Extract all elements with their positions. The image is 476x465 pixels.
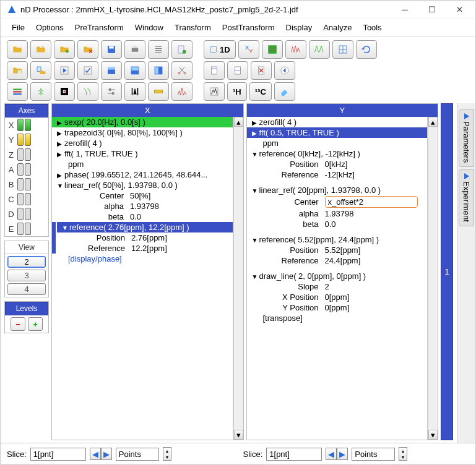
process-step[interactable]: linear_ref( 20[ppm], 1.93798, 0.0 )	[247, 185, 428, 195]
param-value[interactable]: 5.52[ppm]	[325, 245, 361, 255]
scroll-down-icon[interactable]: ▾	[428, 430, 438, 440]
collapsed-icon[interactable]	[57, 117, 63, 127]
axes-row-c[interactable]: C	[5, 192, 48, 207]
ruler-button[interactable]	[148, 82, 169, 101]
save-button[interactable]	[101, 40, 122, 59]
axis-led[interactable]	[25, 208, 31, 220]
axis-led[interactable]	[25, 119, 31, 131]
slice-next-button[interactable]: ▶	[337, 448, 348, 460]
menu-pretransform[interactable]: PreTransform	[70, 22, 129, 33]
abs-button[interactable]	[124, 82, 145, 101]
slice-prev-button[interactable]: ◀	[326, 448, 337, 460]
param-value[interactable]: 1.93798	[325, 209, 354, 218]
param-value[interactable]: 24.4[ppm]	[325, 256, 361, 265]
axis-led[interactable]	[17, 119, 24, 131]
axis-led[interactable]	[25, 134, 31, 146]
param-value[interactable]: 50[%]	[130, 191, 150, 200]
collapsed-icon[interactable]	[57, 170, 63, 179]
panel-x-scrollbar[interactable]: ▴ ▾	[233, 117, 243, 440]
tab-experiment[interactable]: Experiment	[459, 169, 474, 226]
process-step[interactable]: linear_ref( 50[%], 1.93798, 0.0 )	[52, 180, 233, 190]
view-button-4[interactable]: 4	[7, 283, 46, 295]
panel-x-list[interactable]: sexp( 20.0[Hz], 0.0[s] )trapezoid3( 0[%]…	[52, 117, 233, 440]
add-list-button[interactable]	[171, 40, 193, 59]
decay-button[interactable]	[77, 82, 98, 101]
panel-split-h-button[interactable]	[124, 61, 145, 80]
axis-led[interactable]	[25, 193, 31, 205]
panel-y-scrollbar[interactable]: ▴ ▾	[428, 117, 438, 440]
panel-y-list[interactable]: zerofill( 4 )fft( 0.5, TRUE, TRUE )ppmre…	[247, 117, 428, 440]
slice-input-x[interactable]	[30, 448, 86, 461]
level-plus-button[interactable]: +	[28, 317, 43, 331]
process-step[interactable]: zerofill( 4 )	[247, 117, 428, 127]
process-step[interactable]: phase( 199.65512, 241.12645, 48.644...	[52, 169, 233, 180]
param-value[interactable]: 2.76[ppm]	[131, 233, 167, 242]
waveform-red-button[interactable]	[285, 40, 306, 59]
menu-analyze[interactable]: Analyze	[318, 22, 357, 33]
process-step[interactable]: reference( 2.76[ppm], 12.2[ppm] )	[57, 222, 233, 232]
save-folder-button[interactable]	[54, 40, 75, 59]
menu-window[interactable]: Window	[130, 22, 168, 33]
process-step[interactable]: reference( 0[kHz], -12[kHz] )	[247, 148, 428, 159]
menu-display[interactable]: Display	[281, 22, 318, 33]
param-value[interactable]: -12[kHz]	[325, 170, 355, 179]
collapsed-icon[interactable]	[57, 139, 63, 148]
scroll-down-icon[interactable]: ▾	[234, 430, 243, 440]
scroll-up-icon[interactable]: ▴	[428, 117, 438, 127]
axes-row-x[interactable]: X	[5, 117, 48, 132]
param-value[interactable]: 2	[325, 282, 329, 291]
1h-button[interactable]: ¹H	[227, 82, 247, 101]
list-button[interactable]	[148, 40, 169, 59]
tab-parameters[interactable]: Parameters	[459, 109, 474, 167]
axes-row-e[interactable]: E	[5, 221, 48, 236]
param-value[interactable]: 1.93798	[130, 202, 159, 211]
axis-led[interactable]	[17, 208, 24, 220]
transpose-step[interactable]: [transpose]	[247, 313, 428, 323]
slice-input-y[interactable]	[266, 448, 322, 461]
axis-led[interactable]	[17, 223, 24, 235]
close-button[interactable]: ✕	[446, 1, 473, 19]
xy-button[interactable]: XY	[238, 40, 259, 59]
units-stepper-y[interactable]: ▴▾	[399, 447, 407, 461]
axis-led[interactable]	[25, 163, 31, 176]
menu-posttransform[interactable]: PostTransform	[217, 22, 280, 33]
axis-led[interactable]	[25, 178, 31, 190]
axis-led[interactable]	[17, 148, 24, 161]
axes-row-d[interactable]: D	[5, 207, 48, 221]
process-step[interactable]: fft( 0.5, TRUE, TRUE )	[247, 127, 428, 138]
expanded-icon[interactable]	[252, 186, 258, 195]
check-button[interactable]	[77, 61, 98, 80]
axes-row-b[interactable]: B	[5, 177, 48, 192]
hatch-green-button[interactable]	[262, 40, 283, 59]
target-button[interactable]	[54, 82, 75, 101]
menu-transform[interactable]: Transform	[170, 22, 216, 33]
process-step[interactable]: ppm	[52, 159, 233, 169]
menu-options[interactable]: Options	[31, 22, 69, 33]
13c-button[interactable]: ¹³C	[249, 82, 272, 101]
refresh-button[interactable]	[356, 40, 377, 59]
expanded-icon[interactable]	[252, 149, 258, 158]
menu-tools[interactable]: Tools	[358, 22, 386, 33]
level-minus-button[interactable]: −	[11, 317, 25, 331]
param-input-center[interactable]	[325, 196, 418, 208]
param-value[interactable]: 0[kHz]	[325, 160, 348, 169]
expanded-icon[interactable]	[252, 271, 258, 281]
param-value[interactable]: 0.0	[130, 212, 141, 221]
import-doc-button[interactable]	[7, 61, 28, 80]
delete-doc-button[interactable]	[251, 61, 272, 80]
process-step[interactable]: fft( 1, TRUE, TRUE )	[52, 148, 233, 159]
slice-next-button[interactable]: ▶	[101, 448, 112, 460]
expanded-icon[interactable]	[57, 181, 63, 190]
param-value[interactable]: 0.0	[325, 220, 336, 229]
display-phase-link[interactable]: [display/phase]	[52, 254, 233, 264]
axis-led[interactable]	[17, 193, 24, 205]
axis-led[interactable]	[25, 148, 31, 161]
cut-button[interactable]	[171, 61, 193, 80]
units-stepper-x[interactable]: ▴▾	[163, 447, 171, 461]
units-select-x[interactable]: Points	[116, 448, 159, 461]
back-step-button[interactable]	[274, 61, 295, 80]
param-value[interactable]: 12.2[ppm]	[131, 244, 167, 253]
print-button[interactable]	[124, 40, 145, 59]
axis-led[interactable]	[17, 178, 24, 190]
tree-button[interactable]	[30, 82, 51, 101]
